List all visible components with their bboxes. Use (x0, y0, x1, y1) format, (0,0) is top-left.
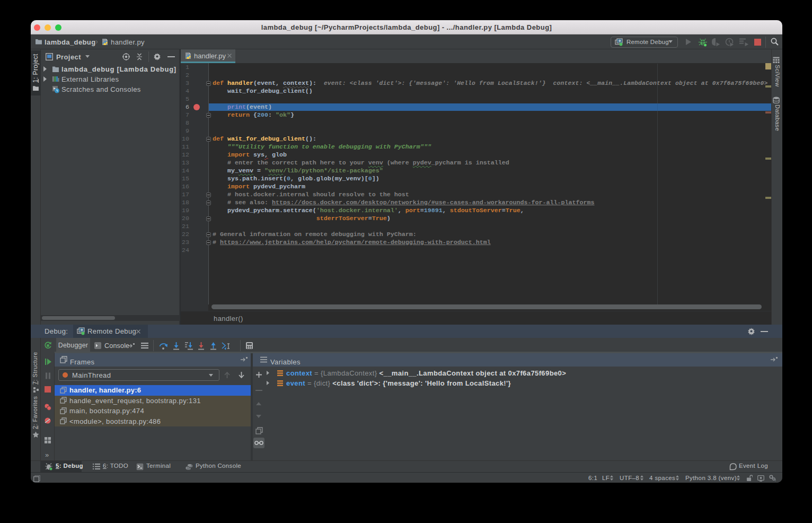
svg-text:?: ? (774, 479, 776, 482)
